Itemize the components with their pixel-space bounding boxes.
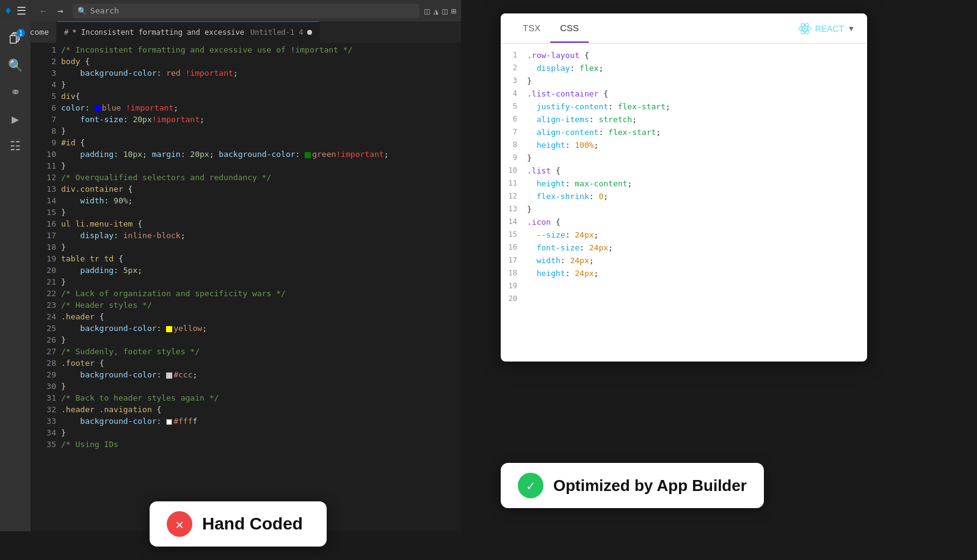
builder-line-18: 18 height: 24px; xyxy=(501,267,867,280)
search-bar[interactable]: 🔍 Search xyxy=(73,4,419,18)
sidebar-item-extensions[interactable]: ☷ xyxy=(4,135,26,157)
tab-css-icon: # xyxy=(64,28,68,37)
code-line-4: } xyxy=(61,79,461,90)
react-label: REACT xyxy=(815,24,844,34)
builder-line-9: 9 } xyxy=(501,151,867,164)
hamburger-menu-icon[interactable]: ☰ xyxy=(16,4,26,17)
builder-line-19: 19 xyxy=(501,280,867,293)
back-arrow-icon[interactable]: ← xyxy=(36,4,51,18)
forward-arrow-icon[interactable]: → xyxy=(53,4,68,18)
builder-line-17: 17 width: 24px; xyxy=(501,254,867,267)
builder-line-16: 16 font-size: 24px; xyxy=(501,241,867,254)
builder-code-area: 1 .row-layout { 2 display: flex; 3 } 4 .… xyxy=(501,44,867,310)
editor-content: 12345 678910 1112131415 1617181920 21222… xyxy=(31,43,461,531)
react-dropdown-icon[interactable]: ▼ xyxy=(848,24,855,33)
files-badge: 1 xyxy=(16,29,25,37)
code-line-10: padding: 10px; margin: 20px; background-… xyxy=(61,148,461,160)
code-line-29: background-color: #ccc; xyxy=(61,369,461,380)
code-line-12: /* Overqualified selectors and redundanc… xyxy=(61,172,461,183)
code-line-24: .header { xyxy=(61,311,461,322)
layout-icon-1[interactable]: ◫ xyxy=(424,6,429,16)
code-line-34: } xyxy=(61,427,461,438)
builder-line-7: 7 align-content: flex-start; xyxy=(501,126,867,139)
tab-css[interactable]: CSS xyxy=(550,14,589,43)
code-line-27: /* Suddenly, footer styles */ xyxy=(61,346,461,357)
code-line-5: div{ xyxy=(61,90,461,102)
builder-line-15: 15 --size: 24px; xyxy=(501,228,867,241)
search-icon: 🔍 xyxy=(78,7,87,15)
builder-line-5: 5 justify-content: flex-start; xyxy=(501,100,867,113)
layout-icon-4[interactable]: ⊞ xyxy=(451,6,456,16)
source-control-icon: ⚭ xyxy=(10,85,21,100)
line-numbers: 12345 678910 1112131415 1617181920 21222… xyxy=(31,43,61,450)
builder-tab-bar: TSX CSS REACT ▼ xyxy=(501,13,867,44)
code-line-25: background-color: yellow; xyxy=(61,322,461,334)
sidebar-item-search[interactable]: 🔍 xyxy=(4,54,26,76)
builder-line-10: 10 .list { xyxy=(501,164,867,177)
vscode-logo-icon: ♦ xyxy=(5,4,12,17)
code-content: /* Inconsistent formatting and excessive… xyxy=(61,43,461,531)
tab-tsx[interactable]: TSX xyxy=(513,14,550,43)
react-icon xyxy=(798,22,812,35)
vscode-editor: ♦ ☰ ← → 🔍 Search ◫ ◮ ◫ ⊞ 🗍 1 🔍 ⚭ ▶ xyxy=(0,0,461,531)
builder-line-4: 4 .list-container { xyxy=(501,87,867,100)
layout-icon-3[interactable]: ◫ xyxy=(442,6,447,16)
x-symbol: ✕ xyxy=(175,517,183,532)
code-line-6: color: blue !important; xyxy=(61,102,461,114)
code-line-16: ul li.menu-item { xyxy=(61,218,461,230)
code-line-3: background-color: red !important; xyxy=(61,67,461,79)
x-circle-icon: ✕ xyxy=(167,511,192,537)
editor-tabs: ♦ Welcome # * Inconsistent formatting an… xyxy=(0,21,461,43)
hand-coded-label: Hand Coded xyxy=(202,514,303,534)
builder-line-8: 8 height: 100%; xyxy=(501,139,867,151)
sidebar-item-files[interactable]: 🗍 1 xyxy=(4,27,26,49)
optimized-label: Optimized by App Builder xyxy=(553,476,747,495)
code-line-8: } xyxy=(61,125,461,137)
title-bar: ♦ ☰ ← → 🔍 Search ◫ ◮ ◫ ⊞ xyxy=(0,0,461,21)
sidebar-item-source-control[interactable]: ⚭ xyxy=(4,81,26,103)
layout-icons: ◫ ◮ ◫ ⊞ xyxy=(424,6,456,16)
code-line-11: } xyxy=(61,160,461,172)
code-line-20: padding: 5px; xyxy=(61,264,461,276)
builder-line-14: 14 .icon { xyxy=(501,216,867,228)
code-line-31: /* Back to header styles again */ xyxy=(61,392,461,404)
code-line-7: font-size: 20px!important; xyxy=(61,114,461,125)
tab-modified-dot xyxy=(307,30,312,35)
code-line-14: width: 90%; xyxy=(61,195,461,206)
builder-line-20: 20 xyxy=(501,293,867,305)
code-line-13: div.container { xyxy=(61,183,461,195)
code-line-26: } xyxy=(61,334,461,346)
optimized-badge: ✓ Optimized by App Builder xyxy=(501,463,764,508)
code-line-32: .header .navigation { xyxy=(61,404,461,415)
code-line-35: /* Using IDs xyxy=(61,438,461,450)
builder-line-13: 13 } xyxy=(501,203,867,216)
sidebar-item-run[interactable]: ▶ xyxy=(4,108,26,130)
builder-line-2: 2 display: flex; xyxy=(501,62,867,75)
search-sidebar-icon: 🔍 xyxy=(8,58,23,73)
run-icon: ▶ xyxy=(12,112,19,126)
layout-icon-2[interactable]: ◮ xyxy=(434,6,438,16)
code-line-2: body { xyxy=(61,56,461,67)
code-line-17: display: inline-block; xyxy=(61,230,461,241)
hand-coded-badge: ✕ Hand Coded xyxy=(150,501,327,547)
builder-line-3: 3 } xyxy=(501,75,867,87)
check-circle-icon: ✓ xyxy=(518,473,543,498)
tab-file-name: Untitled-1 4 xyxy=(250,28,303,37)
tab-inconsistent[interactable]: # * Inconsistent formatting and excessiv… xyxy=(57,21,320,43)
builder-line-1: 1 .row-layout { xyxy=(501,49,867,62)
builder-line-12: 12 flex-shrink: 0; xyxy=(501,190,867,203)
code-line-15: } xyxy=(61,206,461,218)
code-line-9: #id { xyxy=(61,137,461,148)
code-line-30: } xyxy=(61,380,461,392)
builder-line-6: 6 align-items: stretch; xyxy=(501,113,867,126)
extensions-icon: ☷ xyxy=(10,139,21,153)
code-line-21: } xyxy=(61,276,461,288)
svg-point-3 xyxy=(804,27,805,29)
activity-bar: 🗍 1 🔍 ⚭ ▶ ☷ xyxy=(0,21,31,531)
code-line-33: background-color: #ffff xyxy=(61,415,461,427)
code-line-28: .footer { xyxy=(61,357,461,369)
builder-line-11: 11 height: max-content; xyxy=(501,177,867,190)
search-label: Search xyxy=(90,6,119,15)
checkmark-symbol: ✓ xyxy=(526,478,534,493)
code-line-23: /* Header styles */ xyxy=(61,299,461,311)
